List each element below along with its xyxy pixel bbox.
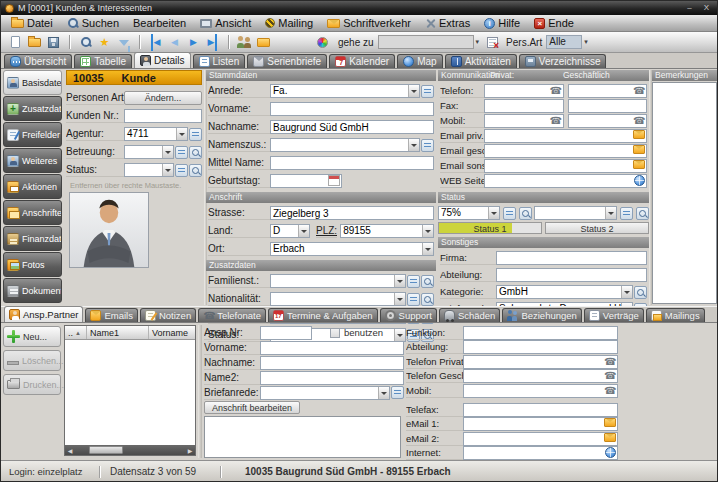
sidebar-item-freifelder[interactable]: Freifelder <box>3 122 62 147</box>
firma-input[interactable] <box>496 251 647 265</box>
internet-input[interactable] <box>463 446 618 460</box>
contacts-table[interactable]: ..▲ Name1 Vorname ◀ ▶ <box>64 325 196 456</box>
tab-emails[interactable]: Emails <box>85 308 138 322</box>
email-priv-input[interactable] <box>484 129 647 143</box>
horizontal-scrollbar[interactable]: ◀ ▶ <box>65 445 195 455</box>
list-icon[interactable] <box>407 275 420 288</box>
phone-icon[interactable] <box>604 356 616 367</box>
list-icon[interactable] <box>175 164 188 177</box>
tab-ansp-partner[interactable]: Ansp.Partner <box>4 306 83 322</box>
tab-mailings[interactable]: Mailings <box>646 308 705 322</box>
mail-icon[interactable] <box>633 160 645 169</box>
tab-verzeichnisse[interactable]: Verzeichnisse <box>519 54 607 68</box>
search-icon[interactable] <box>189 164 202 177</box>
contact-vorname-input[interactable] <box>260 341 404 355</box>
fax-privat-input[interactable] <box>484 99 564 113</box>
funktion-input[interactable] <box>463 326 618 340</box>
sidebar-item-anschriften[interactable]: Anschriften <box>3 200 62 225</box>
calendar-icon[interactable] <box>328 175 340 186</box>
loeschen-button[interactable]: Löschen... <box>3 350 61 371</box>
mail-button[interactable] <box>254 34 273 51</box>
tab-support[interactable]: Support <box>380 308 437 322</box>
menu-item-datei[interactable]: Datei <box>4 15 60 31</box>
chevron-down-icon[interactable] <box>394 275 405 287</box>
email-gesch-input[interactable] <box>484 144 647 158</box>
aendern-button[interactable]: Ändern... <box>124 91 202 105</box>
phone-icon[interactable] <box>604 370 616 381</box>
tab-vertraege[interactable]: Verträge <box>584 308 644 322</box>
sidebar-item-basisdaten[interactable]: Basisdaten <box>3 70 62 95</box>
search-icon[interactable] <box>519 207 532 220</box>
chevron-down-icon[interactable] <box>621 286 632 298</box>
status-select[interactable] <box>124 163 174 177</box>
phone-icon[interactable] <box>550 85 562 96</box>
tab-details[interactable]: Details <box>134 52 191 68</box>
list-icon[interactable] <box>391 386 404 399</box>
menu-item-ende[interactable]: Ende <box>527 15 581 31</box>
search-icon[interactable] <box>636 207 649 220</box>
contact-mobil-input[interactable] <box>463 384 618 398</box>
search-icon[interactable] <box>421 293 434 306</box>
save-button[interactable] <box>44 34 63 51</box>
contact-telefon-gesch-input[interactable] <box>463 369 618 383</box>
status-percent-select[interactable]: 75% <box>438 206 500 220</box>
nachname-input[interactable] <box>270 120 434 134</box>
vorname-input[interactable] <box>270 102 434 116</box>
pers-filter-button[interactable] <box>483 34 502 51</box>
tab-beziehungen[interactable]: Beziehungen <box>502 308 581 322</box>
vorname-column-header[interactable]: Vorname <box>149 326 195 339</box>
abteilung-input[interactable] <box>496 268 647 282</box>
betreuung-select[interactable] <box>124 145 174 159</box>
fax-gesch-input[interactable] <box>568 99 648 113</box>
filter-button[interactable] <box>114 34 133 51</box>
sidebar-item-aktionen[interactable]: Aktionen <box>3 174 62 199</box>
phone-icon[interactable] <box>550 115 562 126</box>
color-categories-button[interactable] <box>313 34 332 51</box>
contact-briefanrede-select[interactable] <box>260 386 390 400</box>
mail-icon[interactable] <box>604 433 616 442</box>
status1-button[interactable]: Status 1 <box>438 222 542 234</box>
status2-button[interactable]: Status 2 <box>545 222 649 234</box>
contacts-button[interactable] <box>235 34 254 51</box>
mail-icon[interactable] <box>633 130 645 139</box>
contact-abteilung-input[interactable] <box>463 340 618 354</box>
familienst-select[interactable] <box>270 274 406 288</box>
anrede-select[interactable]: Fa. <box>270 84 420 98</box>
chevron-down-icon[interactable] <box>422 243 433 255</box>
chevron-down-icon[interactable] <box>408 85 419 97</box>
tab-uebersicht[interactable]: Übersicht <box>4 54 72 68</box>
chevron-down-icon[interactable] <box>162 164 173 176</box>
name1-column-header[interactable]: Name1 <box>87 326 149 339</box>
list-icon[interactable] <box>189 128 202 141</box>
chevron-down-icon[interactable] <box>422 225 433 237</box>
tab-serienbriefe[interactable]: Serienbriefe <box>247 54 327 68</box>
menu-item-hilfe[interactable]: Hilfe <box>477 15 527 31</box>
menu-item-ansicht[interactable]: Ansicht <box>193 15 258 31</box>
mail-icon[interactable] <box>604 418 616 427</box>
tab-map[interactable]: Map <box>397 54 442 68</box>
anschrift-bearbeiten-button[interactable]: Anschrift bearbeiten <box>204 401 300 414</box>
contact-telefon-privat-input[interactable] <box>463 355 618 369</box>
sidebar-item-zusatzdaten[interactable]: Zusatzdaten <box>3 96 62 121</box>
chevron-down-icon[interactable] <box>162 146 173 158</box>
chevron-down-icon[interactable] <box>605 207 616 219</box>
kunden-nr-input[interactable] <box>124 109 202 123</box>
bemerkungen-textarea[interactable] <box>652 82 717 304</box>
telefax-input[interactable] <box>463 403 618 417</box>
chevron-down-icon[interactable] <box>176 128 187 140</box>
chevron-down-icon[interactable] <box>488 207 499 219</box>
tab-telefonate[interactable]: Telefonate <box>198 308 266 322</box>
mittel-name-input[interactable] <box>270 156 434 170</box>
scroll-right-icon[interactable]: ▶ <box>185 447 195 454</box>
nationalitaet-select[interactable] <box>270 292 406 306</box>
chevron-down-icon[interactable]: ▾ <box>476 38 480 46</box>
table-form-splitter[interactable] <box>198 325 202 458</box>
phone-icon[interactable] <box>604 385 616 396</box>
search-icon[interactable] <box>189 146 202 159</box>
globe-icon[interactable] <box>605 447 616 458</box>
chevron-down-icon[interactable] <box>408 139 419 151</box>
contact-anschrift-textarea[interactable] <box>204 416 401 458</box>
benutzen-checkbox[interactable] <box>330 328 340 338</box>
tab-kalender[interactable]: Kalender <box>329 54 395 68</box>
ansp-nr-input[interactable] <box>260 326 312 340</box>
